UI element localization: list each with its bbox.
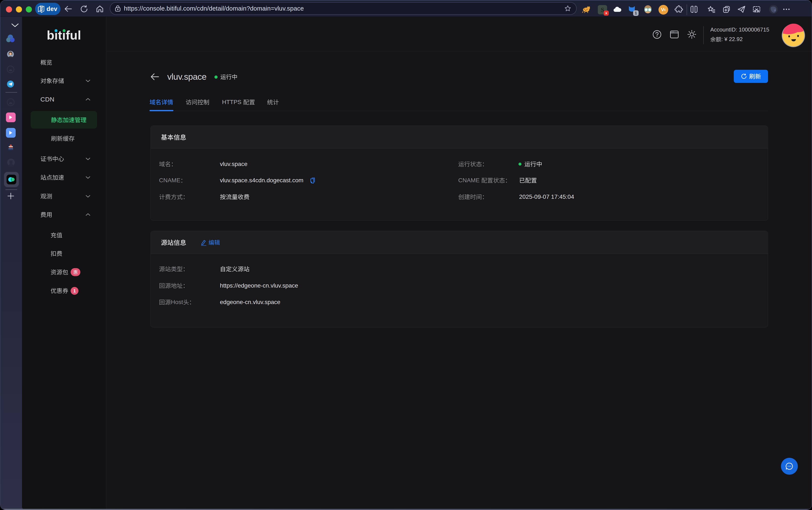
svg-text:JavaGuide: JavaGuide	[8, 149, 13, 150]
